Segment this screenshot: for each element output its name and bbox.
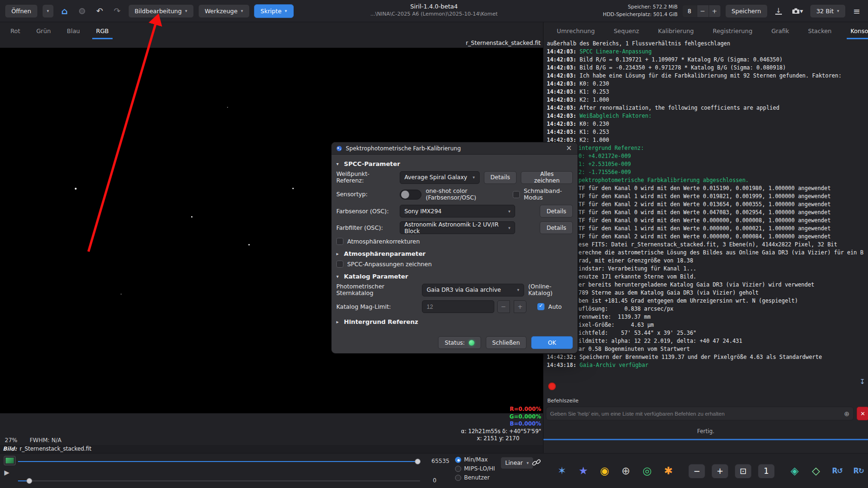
console-line: 1: +2.53105e-009 <box>579 160 867 168</box>
auto-maglimit-checkbox[interactable]: Auto <box>537 303 562 310</box>
command-input[interactable] <box>550 411 841 417</box>
dialog-close-button[interactable]: × <box>564 145 573 152</box>
section-atmosphere[interactable]: ▸ Atmosphärenparameter <box>336 250 573 257</box>
channel-tabs: RotGrünBlauRGB <box>0 22 543 39</box>
maglimit-plus-button[interactable]: + <box>514 300 526 313</box>
aperture-diamond-icon[interactable]: ◈ <box>787 465 802 477</box>
zoom-100-button[interactable]: 1 <box>758 464 775 479</box>
maglimit-minus-button[interactable]: − <box>497 300 510 313</box>
section-spcc-parameter[interactable]: ▾ SPCC-Parameter <box>336 160 573 167</box>
console-line: TF für den Kanal 0 wird mit den Werte 0.… <box>579 217 867 225</box>
zoom-in-button[interactable]: + <box>711 464 728 479</box>
comet-icon[interactable]: ✱ <box>661 465 676 477</box>
preview-count-field[interactable]: 8 <box>682 5 697 17</box>
tab-grafik[interactable]: Grafik <box>768 22 793 39</box>
snapshot-button[interactable]: ▾ <box>789 4 806 18</box>
slider-handle[interactable] <box>26 478 32 484</box>
link-channels-button[interactable] <box>532 458 541 469</box>
rotate-ccw-icon[interactable]: R↺ <box>830 467 845 475</box>
background-diamond-icon[interactable]: ◇ <box>808 465 824 477</box>
radio-minmax[interactable]: Min/Max <box>455 456 495 463</box>
console-line: ese FITS: Datei r_Sternenstack_stacked.f… <box>579 241 867 249</box>
tab-sequenz[interactable]: Sequenz <box>610 22 643 39</box>
record-button[interactable] <box>76 4 89 18</box>
whitepoint-dropdown[interactable]: Average Spiral Galaxy ▾ <box>400 171 480 184</box>
command-history-icon[interactable]: ⊕ <box>844 410 850 418</box>
export-button[interactable]: ↓ <box>772 4 785 18</box>
photometry-rings-icon[interactable]: ◎ <box>640 465 655 477</box>
open-dropdown-button[interactable]: ▾ <box>42 4 54 18</box>
bit-depth-label: 32 Bit <box>816 8 834 15</box>
dialog-schliessen-button[interactable]: Schließen <box>486 336 526 349</box>
ok-button[interactable]: OK <box>531 336 573 349</box>
radio-benutzer[interactable]: Benutzer <box>455 474 495 481</box>
console-line: TF für den Kanal 0 wird mit den Werte 0.… <box>579 209 867 217</box>
tab-stacken[interactable]: Stacken <box>804 22 835 39</box>
draw-all-button[interactable]: Alles zeichnen <box>521 171 573 184</box>
whitepoint-details-button[interactable]: Details <box>484 171 517 184</box>
status-led-icon <box>469 340 474 346</box>
tab-umrechnung[interactable]: Umrechnung <box>553 22 598 39</box>
zoom-out-button[interactable]: − <box>688 464 705 479</box>
scroll-to-bottom-button[interactable]: ↧ <box>859 378 865 385</box>
display-mode-dropdown[interactable]: Linear ▾ <box>500 457 534 469</box>
radio-mips[interactable]: MIPS-LO/HI <box>455 465 495 472</box>
filter-details-button[interactable]: Details <box>540 221 573 234</box>
window-title: Siril-1.4.0-beta4 <box>370 3 498 10</box>
low-threshold-value: 0 <box>433 477 437 484</box>
preview-thumbnail[interactable] <box>4 456 16 465</box>
undo-button[interactable]: ↶ <box>93 4 106 18</box>
star <box>227 107 228 108</box>
werkzeuge-label: Werkzeuge <box>205 8 238 15</box>
home-button[interactable]: ⌂ <box>58 4 71 18</box>
globe-icon[interactable]: ⊕ <box>618 465 633 477</box>
werkzeuge-menu-button[interactable]: Werkzeuge▾ <box>198 4 250 18</box>
narrowband-checkbox[interactable]: Schmalband-Modus <box>513 188 573 201</box>
hamburger-menu-button[interactable]: ≡ <box>850 4 863 18</box>
filter-dropdown[interactable]: Astronomik Astronomik L-2 UV/IR Block ▾ <box>400 221 515 234</box>
maglimit-input[interactable] <box>422 300 494 313</box>
bit-depth-dropdown[interactable]: 32 Bit▾ <box>810 4 846 18</box>
spin-plus-button[interactable]: + <box>709 5 721 17</box>
bildbearbeitung-menu-button[interactable]: Bildbearbeitung▾ <box>128 4 194 18</box>
catalog-dropdown[interactable]: Gaia DR3 via Gaia archive ▾ <box>422 284 524 296</box>
spcc-plot-checkbox[interactable]: SPCC-Anpassungen zeichnen <box>336 261 432 268</box>
star-sparkle-icon[interactable]: ★ <box>576 465 591 477</box>
open-button[interactable]: Öffnen <box>5 4 38 18</box>
section-katalog[interactable]: ▾ Katalog Parameter <box>336 273 573 280</box>
spin-minus-button[interactable]: − <box>697 5 709 17</box>
dialog-titlebar[interactable]: Spektrophotometrische Farb-Kalibrierung … <box>332 142 578 155</box>
star-detection-icon[interactable]: ✶ <box>554 465 570 477</box>
save-button[interactable]: Speichern <box>725 4 768 18</box>
slider-handle[interactable] <box>415 459 421 464</box>
tab-rot[interactable]: Rot <box>7 22 24 39</box>
chevron-down-icon: ▾ <box>526 461 529 465</box>
tab-registrierung[interactable]: Registrierung <box>709 22 756 39</box>
spcc-plot-row: SPCC-Anpassungen zeichnen <box>336 261 573 268</box>
section-hintergrund[interactable]: ▸ Hintergrund Referenz <box>336 318 573 325</box>
camera-icon <box>792 8 800 14</box>
skripte-menu-button[interactable]: Skripte▾ <box>254 4 294 18</box>
atmo-correction-checkbox[interactable]: Atmosphärenkorrekturen <box>336 238 420 245</box>
low-threshold-slider[interactable] <box>18 478 420 484</box>
sensor-value: Sony IMX294 <box>404 208 442 215</box>
status-button[interactable]: Status: <box>438 336 481 349</box>
osc-toggle[interactable] <box>400 190 421 200</box>
sensor-details-button[interactable]: Details <box>540 205 573 218</box>
tab-rgb[interactable]: RGB <box>92 22 113 39</box>
abort-button[interactable]: ✕ <box>857 407 868 420</box>
tab-blau[interactable]: Blau <box>63 22 84 39</box>
tab-konsole[interactable]: Konsole <box>847 22 868 39</box>
tab-gruen[interactable]: Grün <box>33 22 55 39</box>
galaxy-icon[interactable]: ◉ <box>597 465 612 477</box>
play-button[interactable]: ▶ <box>4 469 9 476</box>
zoom-fit-button[interactable]: ⊡ <box>735 464 752 479</box>
sensor-dropdown[interactable]: Sony IMX294 ▾ <box>400 205 515 218</box>
high-threshold-slider[interactable] <box>18 458 420 465</box>
sensor-row: Farbsensor (OSC): Sony IMX294 ▾ Details <box>336 205 573 218</box>
redo-button[interactable]: ↷ <box>111 4 124 18</box>
tab-kalibrierung[interactable]: Kalibrierung <box>654 22 698 39</box>
processing-stop-icon[interactable] <box>548 383 556 390</box>
rotate-cw-icon[interactable]: R↻ <box>851 467 866 475</box>
console-log[interactable]: außerhalb des Bereichs, 1 Flussverhältni… <box>547 40 867 392</box>
